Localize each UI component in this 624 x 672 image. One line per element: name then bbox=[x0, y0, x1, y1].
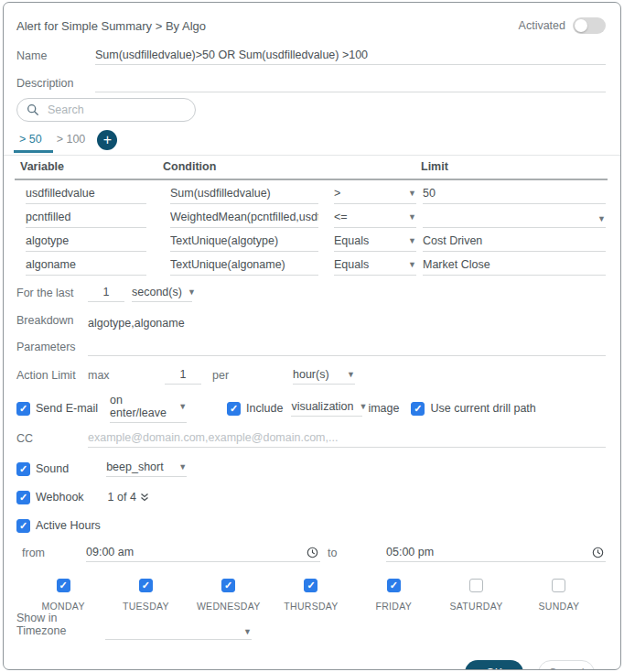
to-time-input[interactable] bbox=[386, 546, 606, 562]
description-input[interactable] bbox=[95, 76, 606, 92]
limit-input[interactable]: Cost Driven▼ bbox=[423, 234, 606, 252]
variable-input[interactable]: usdfilledvalue bbox=[26, 187, 146, 204]
breakdown-value[interactable]: algotype,algoname bbox=[88, 317, 185, 330]
include-checkbox[interactable] bbox=[227, 402, 241, 416]
include-label: Include bbox=[246, 402, 283, 415]
action-limit-max-label: max bbox=[88, 369, 159, 385]
action-limit-unit-select[interactable]: hour(s)▼ bbox=[293, 368, 355, 385]
limit-input[interactable]: ▼ bbox=[423, 214, 606, 228]
chevron-down-icon: ▼ bbox=[178, 462, 187, 471]
operator-select[interactable]: Equals▼ bbox=[334, 234, 416, 252]
include-type-select[interactable]: visualization▼ bbox=[291, 400, 362, 417]
timezone-label: Show in Timezone bbox=[16, 612, 105, 640]
sound-label: Sound bbox=[36, 462, 69, 475]
variable-input[interactable]: algotype bbox=[26, 234, 146, 252]
condition-row: algoname TextUnique(algoname) Equals▼ Ma… bbox=[16, 252, 606, 276]
chevron-down-icon: ▼ bbox=[243, 627, 252, 636]
action-limit-value-input[interactable] bbox=[165, 368, 201, 385]
description-label: Description bbox=[16, 77, 95, 92]
active-hours-checkbox[interactable] bbox=[16, 519, 30, 533]
ok-button[interactable]: OK bbox=[465, 660, 523, 670]
webhook-label: Webhook bbox=[36, 491, 84, 504]
day-label: FRIDAY bbox=[376, 601, 413, 612]
page-title: Alert for Simple Summary > By Algo bbox=[16, 19, 206, 33]
parameters-label: Parameters bbox=[16, 341, 88, 356]
search-input[interactable] bbox=[46, 103, 197, 117]
name-label: Name bbox=[16, 49, 95, 65]
action-limit-label: Action Limit bbox=[16, 369, 88, 385]
limit-input[interactable]: Market Close▼ bbox=[423, 258, 606, 276]
chevron-down-icon: ▼ bbox=[408, 260, 416, 269]
chevron-down-icon: ▼ bbox=[408, 189, 416, 198]
double-chevron-down-icon[interactable] bbox=[140, 493, 149, 503]
activated-toggle[interactable] bbox=[573, 17, 606, 34]
toggle-knob bbox=[575, 19, 587, 32]
breakdown-label: Breakdown bbox=[16, 314, 88, 330]
col-header-condition: Condition bbox=[163, 160, 421, 175]
condition-row: algotype TextUnique(algotype) Equals▼ Co… bbox=[16, 228, 606, 252]
name-input[interactable] bbox=[95, 49, 606, 65]
webhook-checkbox[interactable] bbox=[16, 491, 30, 504]
cc-label: CC bbox=[16, 432, 88, 448]
from-label: from bbox=[22, 547, 86, 562]
alert-settings-dialog: Alert for Simple Summary > By Algo Activ… bbox=[3, 2, 621, 670]
day-label: SUNDAY bbox=[538, 601, 579, 612]
cc-input[interactable] bbox=[88, 431, 606, 448]
variable-input[interactable]: pcntfilled bbox=[26, 211, 146, 228]
chevron-down-icon: ▼ bbox=[597, 214, 606, 223]
email-mode-select[interactable]: on enter/leave▼ bbox=[110, 394, 187, 423]
condition-input[interactable]: TextUnique(algotype) bbox=[170, 234, 318, 252]
chevron-down-icon: ▼ bbox=[408, 236, 416, 245]
operator-select[interactable]: <=▼ bbox=[334, 211, 416, 228]
search-icon bbox=[27, 103, 39, 116]
day-checkbox-friday[interactable] bbox=[387, 579, 401, 592]
limit-input[interactable]: 50▼ bbox=[423, 187, 606, 204]
webhook-count: 1 of 4 bbox=[108, 491, 136, 504]
sound-select[interactable]: beep_short▼ bbox=[106, 461, 187, 477]
for-the-last-value-input[interactable] bbox=[88, 286, 124, 302]
from-time-input[interactable] bbox=[86, 546, 320, 562]
condition-input[interactable]: Sum(usdfilledvalue) bbox=[170, 187, 318, 204]
tabs-divider bbox=[4, 155, 620, 156]
send-email-checkbox[interactable] bbox=[16, 402, 30, 416]
day-label: TUESDAY bbox=[123, 601, 169, 612]
condition-input[interactable]: TextUnique(algoname) bbox=[170, 258, 318, 276]
day-checkbox-wednesday[interactable] bbox=[221, 579, 235, 592]
chevron-down-icon: ▼ bbox=[178, 402, 187, 411]
day-label: MONDAY bbox=[42, 601, 85, 612]
tab-gt-50[interactable]: > 50 bbox=[16, 133, 45, 153]
for-the-last-unit-select[interactable]: second(s)▼ bbox=[132, 286, 192, 302]
day-label: SATURDAY bbox=[450, 601, 503, 612]
operator-select[interactable]: Equals▼ bbox=[334, 258, 416, 276]
to-label: to bbox=[328, 547, 386, 562]
col-header-variable: Variable bbox=[16, 160, 163, 175]
day-label: WEDNESDAY bbox=[197, 601, 261, 612]
chevron-down-icon: ▼ bbox=[360, 402, 368, 411]
chevron-down-icon: ▼ bbox=[188, 287, 196, 297]
day-checkbox-tuesday[interactable] bbox=[139, 579, 153, 592]
condition-input[interactable]: WeightedMean(pcntfilled,usdto... bbox=[170, 211, 318, 228]
sound-checkbox[interactable] bbox=[16, 462, 30, 476]
day-checkbox-monday[interactable] bbox=[57, 579, 70, 592]
tab-gt-100[interactable]: > 100 bbox=[54, 133, 89, 153]
action-limit-per-label: per bbox=[212, 369, 284, 385]
clock-icon[interactable] bbox=[592, 547, 604, 558]
drill-path-label: Use current drill path bbox=[430, 402, 535, 415]
condition-row: pcntfilled WeightedMean(pcntfilled,usdto… bbox=[16, 204, 606, 228]
timezone-select[interactable]: ▼ bbox=[105, 627, 252, 640]
search-box[interactable] bbox=[16, 98, 196, 122]
condition-row: usdfilledvalue Sum(usdfilledvalue) >▼ 50… bbox=[16, 180, 606, 204]
plus-icon: + bbox=[103, 133, 112, 147]
day-checkbox-saturday[interactable] bbox=[469, 579, 483, 592]
send-email-label: Send E-mail bbox=[36, 402, 98, 415]
operator-select[interactable]: >▼ bbox=[334, 187, 416, 204]
image-label: image bbox=[368, 402, 399, 415]
day-checkbox-thursday[interactable] bbox=[304, 579, 317, 592]
parameters-input[interactable] bbox=[88, 340, 606, 356]
variable-input[interactable]: algoname bbox=[26, 258, 146, 276]
cancel-button[interactable]: Cancel bbox=[538, 660, 595, 670]
clock-icon[interactable] bbox=[307, 547, 318, 558]
add-tab-button[interactable]: + bbox=[97, 130, 117, 150]
drill-path-checkbox[interactable] bbox=[411, 402, 425, 416]
day-checkbox-sunday[interactable] bbox=[552, 579, 565, 592]
